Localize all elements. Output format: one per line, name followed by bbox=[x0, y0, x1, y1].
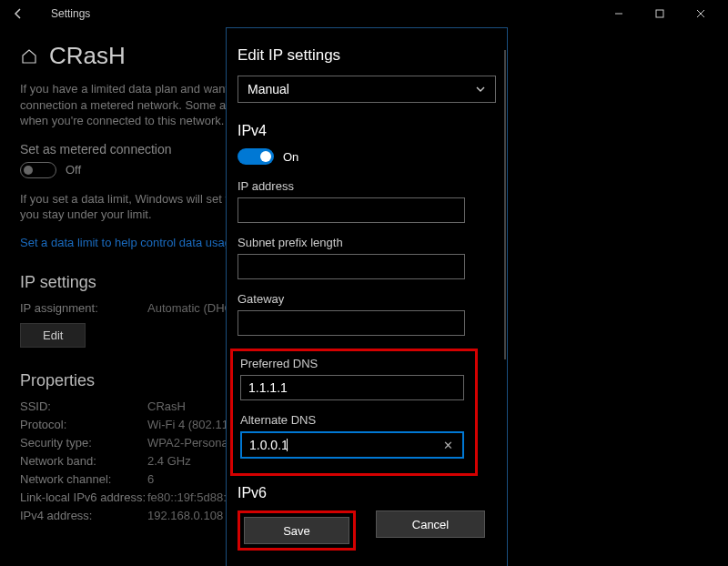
property-key: SSID: bbox=[20, 399, 147, 413]
ipv4-state: On bbox=[283, 150, 298, 164]
ip-mode-value: Manual bbox=[248, 82, 289, 96]
svg-rect-0 bbox=[656, 10, 663, 17]
metered-state: Off bbox=[66, 163, 81, 177]
subnet-input[interactable] bbox=[238, 254, 465, 279]
ip-address-input[interactable] bbox=[238, 197, 465, 223]
gateway-label: Gateway bbox=[238, 292, 496, 306]
ip-mode-select[interactable]: Manual bbox=[238, 76, 496, 103]
property-value: CRasH bbox=[147, 399, 186, 413]
save-highlight-box: Save bbox=[238, 510, 356, 551]
property-value: 192.168.0.108 bbox=[147, 509, 223, 522]
ipv6-heading: IPv6 bbox=[238, 485, 496, 501]
ipv4-heading: IPv4 bbox=[238, 123, 496, 139]
alternate-dns-field[interactable]: 1.0.0.1 ✕ bbox=[240, 431, 464, 459]
property-key: Link-local IPv6 address: bbox=[20, 490, 147, 504]
minimize-button[interactable] bbox=[598, 1, 639, 26]
home-icon[interactable] bbox=[20, 47, 38, 66]
property-key: Security type: bbox=[20, 436, 147, 450]
property-key: Protocol: bbox=[20, 418, 147, 431]
clear-icon[interactable]: ✕ bbox=[440, 439, 457, 452]
dns-highlight-box: Preferred DNS Alternate DNS 1.0.0.1 ✕ bbox=[230, 349, 478, 476]
ip-assignment-label: IP assignment: bbox=[20, 301, 147, 315]
titlebar: Settings bbox=[0, 0, 728, 27]
ip-address-label: IP address bbox=[238, 179, 496, 193]
back-button[interactable] bbox=[7, 3, 29, 25]
property-value: 2.4 GHz bbox=[147, 454, 191, 468]
edit-ip-dialog: Edit IP settings Manual IPv4 On IP addre… bbox=[226, 27, 508, 566]
subnet-label: Subnet prefix length bbox=[238, 236, 496, 249]
property-key: Network band: bbox=[20, 454, 147, 468]
alternate-dns-value: 1.0.0.1 bbox=[249, 438, 288, 452]
close-button[interactable] bbox=[680, 1, 721, 26]
metered-toggle[interactable] bbox=[20, 162, 56, 178]
window-title: Settings bbox=[51, 7, 90, 20]
property-value: 6 bbox=[147, 472, 154, 486]
property-key: IPv4 address: bbox=[20, 509, 147, 522]
property-key: Network channel: bbox=[20, 472, 147, 486]
gateway-input[interactable] bbox=[238, 310, 465, 336]
ipv4-toggle[interactable] bbox=[238, 148, 274, 165]
preferred-dns-input[interactable] bbox=[240, 375, 464, 400]
dialog-title: Edit IP settings bbox=[238, 46, 496, 65]
dialog-scrollbar[interactable] bbox=[504, 50, 506, 359]
preferred-dns-label: Preferred DNS bbox=[240, 357, 468, 370]
page-title: CRasH bbox=[49, 42, 126, 70]
property-value: WPA2-Personal bbox=[147, 436, 231, 450]
save-button[interactable]: Save bbox=[244, 517, 349, 544]
alternate-dns-label: Alternate DNS bbox=[240, 413, 468, 427]
cancel-button[interactable]: Cancel bbox=[376, 510, 485, 538]
maximize-button[interactable] bbox=[639, 1, 680, 26]
edit-button[interactable]: Edit bbox=[20, 323, 86, 348]
